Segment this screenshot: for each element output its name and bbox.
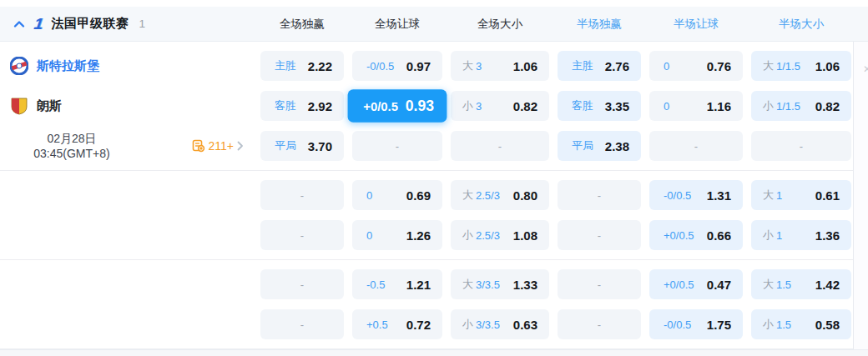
empty-side-cell bbox=[8, 180, 252, 210]
odds-cell[interactable]: 主胜2.22 bbox=[260, 51, 344, 81]
odds-value: - bbox=[694, 140, 698, 153]
line-label: 3 bbox=[476, 60, 482, 73]
line-label: -0/0.5 bbox=[366, 60, 394, 73]
odds-value: 0.66 bbox=[707, 228, 731, 243]
ou-side-label: 小 bbox=[763, 228, 774, 243]
odds-cell[interactable]: -0/0.50.97 bbox=[352, 51, 442, 81]
odds-value: - bbox=[598, 318, 601, 331]
odds-cell[interactable]: 客胜2.92 bbox=[260, 91, 344, 121]
odds-value: - bbox=[598, 189, 601, 202]
odds-cell[interactable]: +0/0.50.66 bbox=[649, 220, 743, 250]
odds-cell[interactable]: 小1/1.50.82 bbox=[751, 91, 851, 121]
odds-cell-selected[interactable]: +0/0.50.93 bbox=[348, 89, 447, 123]
odds-cell[interactable]: -0/0.51.31 bbox=[649, 180, 743, 210]
col-header-ht-1x2[interactable]: 半场独赢 bbox=[558, 17, 641, 32]
ou-side-label: 大 bbox=[763, 58, 774, 73]
odds-cell[interactable]: 小2.5/31.08 bbox=[451, 220, 549, 250]
odds-cell[interactable]: - bbox=[352, 131, 442, 161]
odds-cell[interactable]: - bbox=[260, 180, 344, 210]
more-markets-link[interactable]: 211+ bbox=[192, 139, 245, 153]
line-label: +0/0.5 bbox=[664, 278, 694, 291]
odds-cell[interactable]: 00.76 bbox=[649, 51, 743, 81]
odds-value: 0.82 bbox=[513, 99, 537, 113]
odds-value: 1.26 bbox=[406, 228, 431, 243]
odds-cell[interactable]: 平局3.70 bbox=[260, 131, 344, 161]
ou-side-label: 小 bbox=[462, 98, 473, 113]
odds-cell[interactable]: - bbox=[558, 309, 641, 339]
ou-side-label: 小 bbox=[763, 98, 774, 113]
line-label: +0.5 bbox=[366, 318, 388, 331]
odds-value: - bbox=[300, 318, 304, 331]
odds-cell[interactable]: 00.69 bbox=[352, 180, 442, 210]
odds-cell[interactable]: 平局2.38 bbox=[558, 131, 641, 161]
ou-side-label: 小 bbox=[462, 317, 473, 332]
odds-value: 1.75 bbox=[707, 318, 731, 332]
line-label: 1 bbox=[776, 189, 782, 202]
odds-value: 1.42 bbox=[815, 278, 840, 292]
col-header-ht-overunder[interactable]: 半场大小 bbox=[751, 17, 851, 32]
line-label: 客胜 bbox=[572, 98, 593, 113]
odds-cell[interactable]: 大10.61 bbox=[751, 180, 851, 210]
line-label: 平局 bbox=[275, 138, 296, 153]
odds-cell[interactable]: 小1.50.58 bbox=[751, 309, 851, 339]
odds-cell[interactable]: 大3/3.51.33 bbox=[451, 269, 549, 299]
line-label: 3 bbox=[476, 100, 482, 113]
odds-value: 3.35 bbox=[605, 99, 629, 113]
odds-value: - bbox=[498, 140, 502, 153]
empty-side-cell bbox=[8, 309, 252, 339]
line-label: 1 bbox=[776, 229, 782, 242]
odds-cell[interactable]: - bbox=[451, 131, 549, 161]
ou-side-label: 大 bbox=[462, 58, 473, 73]
top-spacer bbox=[0, 0, 868, 7]
odds-value: - bbox=[598, 278, 601, 291]
odds-value: 2.92 bbox=[308, 99, 332, 113]
line-label: 主胜 bbox=[572, 58, 593, 73]
odds-cell[interactable]: 主胜2.76 bbox=[558, 51, 641, 81]
col-header-ft-handicap[interactable]: 全场让球 bbox=[352, 17, 442, 32]
partial-edge-icon[interactable]: ✕ bbox=[863, 63, 868, 75]
odds-cell[interactable]: 大1/1.51.06 bbox=[751, 51, 851, 81]
odds-cell[interactable]: 客胜3.35 bbox=[558, 91, 641, 121]
odds-value: 2.22 bbox=[308, 59, 332, 73]
odds-cell[interactable]: +0/0.50.47 bbox=[649, 269, 743, 299]
col-header-ht-handicap[interactable]: 半场让球 bbox=[649, 17, 743, 32]
odds-cell[interactable]: 大2.5/30.80 bbox=[451, 180, 549, 210]
league-name[interactable]: 法国甲级联赛 bbox=[52, 16, 129, 32]
odds-cell[interactable]: - bbox=[260, 269, 344, 299]
col-header-ft-1x2[interactable]: 全场独赢 bbox=[260, 17, 344, 32]
odds-cell[interactable]: - bbox=[558, 180, 641, 210]
match-date: 02月28日 bbox=[8, 131, 135, 146]
odds-value: 0.47 bbox=[707, 278, 731, 292]
odds-cell[interactable]: 01.26 bbox=[352, 220, 442, 250]
odds-cell[interactable]: 01.16 bbox=[649, 91, 743, 121]
odds-cell[interactable]: - bbox=[751, 131, 851, 161]
odds-cell[interactable]: +0.50.72 bbox=[352, 309, 442, 339]
odds-cell[interactable]: 大31.06 bbox=[451, 51, 549, 81]
line-label: +0/0.5 bbox=[664, 229, 694, 242]
odds-cell[interactable]: - bbox=[260, 220, 344, 250]
odds-cell[interactable]: 小11.36 bbox=[751, 220, 851, 250]
odds-cell[interactable]: - bbox=[558, 220, 641, 250]
odds-cell[interactable]: 小3/3.50.63 bbox=[451, 309, 549, 339]
odds-value: 0.58 bbox=[815, 318, 840, 332]
odds-cell[interactable]: -0/0.51.75 bbox=[649, 309, 743, 339]
odds-block-main: 斯特拉斯堡 主胜2.22 -0/0.50.97 大31.06 主胜2.76 00… bbox=[0, 42, 868, 170]
odds-value: 1.36 bbox=[815, 228, 840, 243]
odds-cell[interactable]: - bbox=[260, 309, 344, 339]
away-team-row[interactable]: 朗斯 bbox=[8, 91, 252, 121]
collapse-chevron-icon[interactable] bbox=[13, 18, 26, 30]
home-team-name[interactable]: 斯特拉斯堡 bbox=[37, 58, 99, 74]
home-team-row[interactable]: 斯特拉斯堡 bbox=[8, 51, 252, 81]
odds-cell[interactable]: - bbox=[649, 131, 743, 161]
away-team-name[interactable]: 朗斯 bbox=[37, 98, 62, 114]
ou-side-label: 小 bbox=[763, 317, 774, 332]
line-label: +0/0.5 bbox=[363, 99, 398, 113]
odds-block-secondary: - 00.69 大2.5/30.80 - -0/0.51.31 大10.61 -… bbox=[0, 170, 868, 259]
odds-cell[interactable]: -0.51.21 bbox=[352, 269, 442, 299]
odds-value: - bbox=[800, 140, 803, 153]
line-label: 平局 bbox=[572, 138, 593, 153]
odds-cell[interactable]: 大1.51.42 bbox=[751, 269, 851, 299]
odds-cell[interactable]: - bbox=[558, 269, 641, 299]
col-header-ft-overunder[interactable]: 全场大小 bbox=[451, 17, 549, 32]
odds-cell[interactable]: 小30.82 bbox=[451, 91, 549, 121]
